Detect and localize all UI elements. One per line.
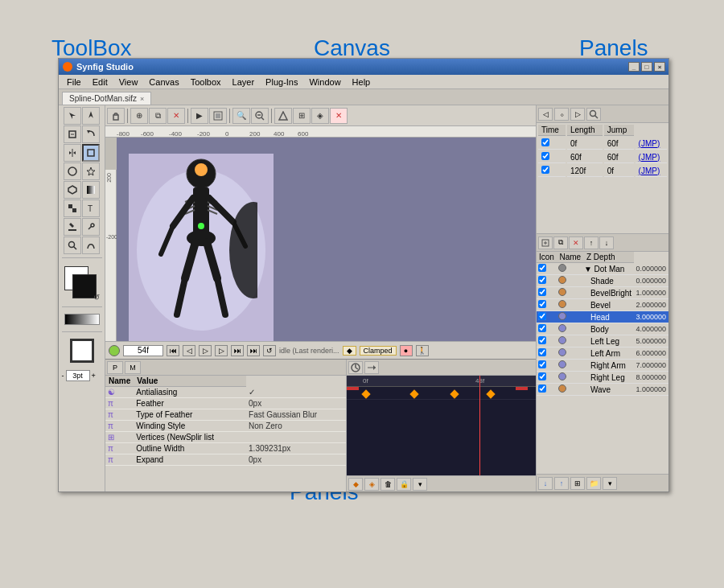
layer-checkbox[interactable] <box>538 324 546 332</box>
keyframe-3[interactable] <box>450 389 459 398</box>
canvas-grid-btn[interactable]: ⊞ <box>293 108 311 124</box>
layer-down-btn[interactable]: ↓ <box>599 236 614 249</box>
layer-table-row[interactable]: ▼ Dot Man 0.000000 <box>537 263 668 275</box>
param-row[interactable]: π Expand 0px <box>105 454 346 466</box>
layer-del-btn[interactable]: ✕ <box>569 236 583 249</box>
outline-preview[interactable] <box>70 339 94 363</box>
close-button[interactable]: × <box>654 62 665 72</box>
menu-canvas[interactable]: Canvas <box>144 76 183 88</box>
param-value-cell[interactable]: 0px <box>246 454 346 466</box>
param-value-cell[interactable]: ✓ <box>246 387 346 398</box>
time-table-row[interactable]: 120f 0f (JMP) <box>538 165 667 177</box>
time-jump[interactable]: (JMP) <box>636 151 667 163</box>
maximize-button[interactable]: □ <box>641 62 652 72</box>
canvas-preview-btn[interactable] <box>209 108 227 124</box>
timetrack-tool-zoom[interactable] <box>586 108 601 121</box>
tool-rectangle[interactable] <box>82 144 100 162</box>
param-value-cell[interactable]: 1.309231px <box>246 443 346 454</box>
keyframe-1[interactable] <box>361 389 370 398</box>
timeline-del-btn[interactable]: 🗑 <box>381 478 395 491</box>
layer-checkbox[interactable] <box>538 348 546 356</box>
layer-table-row[interactable]: Wave 1.000000 <box>537 384 668 396</box>
menu-edit[interactable]: Edit <box>88 76 113 88</box>
canvas-duplicate-btn[interactable]: ⧉ <box>149 108 167 124</box>
canvas-zoom-out-btn[interactable] <box>251 108 269 124</box>
params-scroll[interactable]: Name Value ☯ Antialiasing ✓ π Feather 0p… <box>105 376 346 491</box>
tool-rotate[interactable] <box>82 125 100 143</box>
layer-checkbox[interactable] <box>538 312 546 320</box>
time-checkbox[interactable] <box>541 166 549 174</box>
tool-scale[interactable] <box>64 125 81 143</box>
layer-dup-btn[interactable]: ⧉ <box>553 236 568 249</box>
record-btn[interactable]: ● <box>400 345 413 356</box>
end-btn[interactable]: ⏭ <box>247 345 260 356</box>
tool-zoom[interactable] <box>64 236 81 254</box>
tool-polygon[interactable] <box>64 181 81 199</box>
menu-toolbox[interactable]: Toolbox <box>186 76 226 88</box>
canvas-tool-lock[interactable] <box>107 108 125 124</box>
time-jump[interactable]: (JMP) <box>636 138 667 150</box>
layer-bottom-folder[interactable]: 📁 <box>586 477 601 490</box>
tool-circle[interactable] <box>64 162 81 180</box>
next-frame-btn[interactable]: ▷ <box>215 345 228 356</box>
layer-table-row[interactable]: Body 4.000000 <box>537 323 668 335</box>
canvas-render-btn[interactable]: ▶ <box>191 108 208 124</box>
layer-checkbox[interactable] <box>538 360 546 368</box>
layer-checkbox[interactable] <box>538 372 546 380</box>
param-row[interactable]: π Feather 0px <box>105 398 346 409</box>
next-keyframe-btn[interactable]: ⏭ <box>231 345 244 356</box>
timetrack-tool-keyframe[interactable]: ⬦ <box>554 108 569 121</box>
loop-btn[interactable]: ↺ <box>263 345 276 356</box>
layer-checkbox[interactable] <box>538 264 546 272</box>
timeline-add-btn[interactable]: ◆ <box>348 478 363 491</box>
timeline-lock-btn[interactable]: 🔒 <box>397 478 411 491</box>
param-row[interactable]: ⊞ Vertices (NewSplir list <box>105 432 346 443</box>
canvas-bg-btn[interactable]: ✕ <box>330 108 348 124</box>
tab-close-icon[interactable]: × <box>140 95 144 103</box>
time-table-row[interactable]: 60f 60f (JMP) <box>538 151 667 163</box>
layer-scroll[interactable]: Icon Name Z Depth ▼ Dot Man 0.000000 Sha… <box>537 252 668 474</box>
time-checkbox[interactable] <box>541 152 549 160</box>
canvas-viewport[interactable] <box>117 138 536 341</box>
minimize-button[interactable]: _ <box>628 62 640 72</box>
tool-fill[interactable] <box>64 218 81 236</box>
param-row[interactable]: ☯ Antialiasing ✓ <box>105 387 346 398</box>
tool-gradient[interactable] <box>82 181 100 199</box>
reset-colors-icon[interactable]: ↺ <box>93 293 100 302</box>
param-row[interactable]: π Type of Feather Fast Gaussian Blur <box>105 409 346 421</box>
tool-star[interactable] <box>82 162 100 180</box>
layer-table-row[interactable]: Shade 0.000000 <box>537 275 668 287</box>
canvas-new-layer-btn[interactable]: ⊕ <box>130 108 148 124</box>
tool-smooth-move[interactable] <box>82 107 100 125</box>
time-jump[interactable]: (JMP) <box>636 165 667 177</box>
params-tab-meta[interactable]: M <box>125 361 141 374</box>
canvas-onion-btn[interactable]: ◈ <box>311 108 329 124</box>
timetrack-tool-left[interactable]: ◁ <box>538 108 553 121</box>
layer-checkbox[interactable] <box>538 336 546 344</box>
frame-input[interactable] <box>123 345 163 356</box>
timeline-dup-btn[interactable]: ◈ <box>364 478 379 491</box>
layer-up-btn[interactable]: ↑ <box>584 236 599 249</box>
layer-table-row[interactable]: BevelBright 1.000000 <box>537 287 668 299</box>
param-value-cell[interactable]: Non Zero <box>246 421 346 432</box>
param-value-cell[interactable] <box>246 432 346 443</box>
play-btn[interactable]: ▷ <box>199 345 212 356</box>
prev-frame-btn[interactable]: ◁ <box>183 345 195 356</box>
layer-checkbox[interactable] <box>538 276 546 284</box>
gradient-preview[interactable] <box>64 314 100 325</box>
params-tab-params[interactable]: P <box>107 361 123 374</box>
timetrack-tool-right[interactable]: ▷ <box>570 108 585 121</box>
layer-bottom-more[interactable]: ▾ <box>603 477 617 490</box>
layer-table-row[interactable]: Right Leg 8.000000 <box>537 372 668 384</box>
menu-window[interactable]: Window <box>304 76 345 88</box>
layer-table-row[interactable]: Bevel 2.000000 <box>537 299 668 311</box>
layer-bottom-up[interactable]: ↑ <box>554 477 569 490</box>
menu-view[interactable]: View <box>114 76 143 88</box>
menu-help[interactable]: Help <box>348 76 376 88</box>
param-row[interactable]: π Outline Width 1.309231px <box>105 443 346 454</box>
size-plus-icon[interactable]: + <box>92 372 96 380</box>
time-checkbox[interactable] <box>541 138 549 146</box>
layer-checkbox[interactable] <box>538 384 546 393</box>
keyframe-4[interactable] <box>486 389 495 398</box>
timeline-tool-1[interactable] <box>348 361 363 374</box>
